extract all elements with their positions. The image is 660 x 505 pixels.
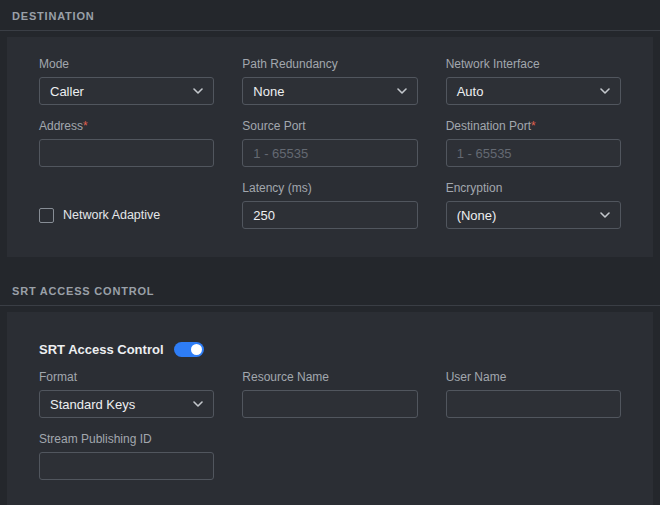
srt-access-control-section-title: SRT ACCESS CONTROL [12, 285, 154, 297]
encryption-field: Encryption (None) [446, 181, 621, 229]
required-marker: * [531, 119, 536, 133]
format-field: Format Standard Keys [39, 370, 214, 418]
destination-section-title: DESTINATION [12, 10, 95, 22]
address-input[interactable] [39, 139, 214, 167]
mode-label: Mode [39, 57, 214, 71]
chevron-down-icon [600, 212, 610, 218]
destination-grid: Mode Caller Path Redundancy None Network… [39, 57, 621, 229]
chevron-down-icon [193, 88, 203, 94]
chevron-down-icon [193, 401, 203, 407]
path-redundancy-select[interactable]: None [242, 77, 417, 105]
destination-panel: Mode Caller Path Redundancy None Network… [7, 37, 653, 257]
encryption-label: Encryption [446, 181, 621, 195]
network-interface-select-value: Auto [457, 84, 484, 99]
path-redundancy-label: Path Redundancy [242, 57, 417, 71]
stream-publishing-id-input[interactable] [39, 452, 214, 480]
network-adaptive-checkbox[interactable] [39, 208, 54, 223]
path-redundancy-field: Path Redundancy None [242, 57, 417, 105]
resource-name-field: Resource Name [242, 370, 417, 418]
destination-port-label-text: Destination Port [446, 119, 531, 133]
user-name-label: User Name [446, 370, 621, 384]
destination-port-label: Destination Port* [446, 119, 621, 133]
source-port-label: Source Port [242, 119, 417, 133]
srt-access-control-section-header: SRT ACCESS CONTROL [0, 275, 660, 306]
user-name-input[interactable] [446, 390, 621, 418]
srt-access-control-grid: Format Standard Keys Resource Name User … [39, 370, 621, 480]
srt-access-control-toggle-row: SRT Access Control [39, 340, 621, 358]
toggle-knob-icon [191, 344, 202, 355]
latency-label: Latency (ms) [242, 181, 417, 195]
destination-section-header: DESTINATION [0, 0, 660, 31]
srt-access-control-panel: SRT Access Control Format Standard Keys … [7, 312, 653, 505]
destination-port-input[interactable] [446, 139, 621, 167]
required-marker: * [83, 119, 88, 133]
network-adaptive-label: Network Adaptive [63, 208, 160, 222]
srt-access-control-toggle-label: SRT Access Control [39, 342, 164, 357]
latency-field: Latency (ms) [242, 181, 417, 229]
latency-input[interactable] [242, 201, 417, 229]
stream-publishing-id-label: Stream Publishing ID [39, 432, 214, 446]
format-label: Format [39, 370, 214, 384]
address-field: Address* [39, 119, 214, 167]
resource-name-label: Resource Name [242, 370, 417, 384]
mode-select[interactable]: Caller [39, 77, 214, 105]
network-adaptive-checkbox-row[interactable]: Network Adaptive [39, 201, 214, 229]
network-interface-label: Network Interface [446, 57, 621, 71]
label-spacer [39, 181, 214, 201]
stream-publishing-id-field: Stream Publishing ID [39, 432, 214, 480]
srt-access-control-toggle[interactable] [174, 342, 204, 357]
user-name-field: User Name [446, 370, 621, 418]
encryption-select[interactable]: (None) [446, 201, 621, 229]
format-select-value: Standard Keys [50, 397, 135, 412]
source-port-input[interactable] [242, 139, 417, 167]
chevron-down-icon [600, 88, 610, 94]
format-select[interactable]: Standard Keys [39, 390, 214, 418]
address-label-text: Address [39, 119, 83, 133]
path-redundancy-select-value: None [253, 84, 284, 99]
srt-settings-screen: DESTINATION Mode Caller Path Redundancy … [0, 0, 660, 505]
mode-select-value: Caller [50, 84, 84, 99]
source-port-field: Source Port [242, 119, 417, 167]
encryption-select-value: (None) [457, 208, 497, 223]
destination-port-field: Destination Port* [446, 119, 621, 167]
network-interface-select[interactable]: Auto [446, 77, 621, 105]
mode-field: Mode Caller [39, 57, 214, 105]
network-adaptive-field: Network Adaptive [39, 181, 214, 229]
chevron-down-icon [397, 88, 407, 94]
network-interface-field: Network Interface Auto [446, 57, 621, 105]
resource-name-input[interactable] [242, 390, 417, 418]
address-label: Address* [39, 119, 214, 133]
